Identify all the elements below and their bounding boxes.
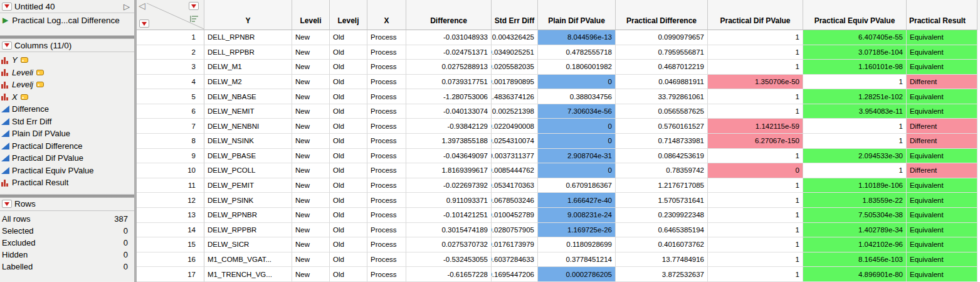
table-cell[interactable]: -0.61657228 [406,267,492,282]
row-number-cell[interactable]: 9 [137,149,204,164]
table-cell[interactable]: 1.142115e-59 [708,119,803,134]
table-cell[interactable]: 0.6465385194 [616,223,708,238]
table-cell[interactable]: DELW_M2 [204,75,292,90]
table-cell[interactable]: Equivalent [907,30,977,45]
table-cell[interactable]: DELW_PSINK [204,193,292,208]
table-cell[interactable]: Old [330,45,367,60]
table-cell[interactable]: Process [367,60,406,75]
table-cell[interactable]: 0.5760161527 [616,119,708,134]
table-cell[interactable]: Equivalent [907,237,977,252]
table-cell[interactable]: Equivalent [907,267,977,282]
row-number-cell[interactable]: 4 [137,75,204,90]
column-header-practical-result[interactable]: Practical Result [907,0,977,30]
table-cell[interactable]: 0 [708,163,803,178]
columns-list-item[interactable]: Std Err Diff [1,116,134,128]
table-cell[interactable]: Different [907,134,977,149]
table-cell[interactable]: 1.042102e-96 [803,237,907,252]
table-cell[interactable]: 0.0002786205 [538,267,616,282]
table-cell[interactable]: Equivalent [907,178,977,193]
table-cell[interactable]: 0.0534170363 [492,178,538,193]
table-cell[interactable]: 1 [708,45,803,60]
table-cell[interactable]: -0.93842129 [406,119,492,134]
table-cell[interactable]: 0 [538,163,616,178]
table-cell[interactable]: Process [367,149,406,164]
column-header-practical-equiv-pvalue[interactable]: Practical Equiv PValue [803,0,907,30]
table-cell[interactable]: Equivalent [907,193,977,208]
table-cell[interactable]: Old [330,134,367,149]
table-cell[interactable]: Old [330,237,367,252]
table-cell[interactable]: 3.872532637 [616,267,708,282]
table-cell[interactable]: 0.4687012219 [616,60,708,75]
table-cell[interactable]: New [292,193,330,208]
table-cell[interactable]: DELL_RPNBR [204,30,292,45]
table-cell[interactable]: Old [330,252,367,268]
table-cell[interactable]: 4.896901e-80 [803,267,907,282]
table-cell[interactable]: DELW_PBASE [204,149,292,164]
rows-stat-all-rows[interactable]: All rows387 [0,214,134,225]
table-cell[interactable]: 0.0990979657 [616,30,708,45]
table-cell[interactable]: 0.3778451214 [538,252,616,268]
table-cell[interactable]: 13.77484916 [616,252,708,268]
column-header-levelj[interactable]: Levelj [330,0,367,30]
table-cell[interactable]: 6.407405e-55 [803,30,907,45]
table-cell[interactable]: Equivalent [907,104,977,119]
table-cell[interactable]: Old [330,149,367,164]
table-cell[interactable]: 0.0176173979 [492,237,538,252]
table-cell[interactable]: -0.024751371 [406,45,492,60]
table-cell[interactable]: 3.07185e-104 [803,45,907,60]
table-cell[interactable]: 0.1695447206 [492,267,538,282]
table-cell[interactable]: 0.78359742 [616,163,708,178]
table-cell[interactable]: 1.3973855188 [406,134,492,149]
table-cell[interactable]: Equivalent [907,223,977,238]
table-cell[interactable]: 1.10189e-106 [803,178,907,193]
table-cell[interactable]: 1 [803,163,907,178]
table-cell[interactable]: 2.094533e-30 [803,149,907,164]
columns-list-item[interactable]: X [1,91,134,104]
table-cell[interactable]: DELW_RPPBR [204,223,292,238]
table-cell[interactable]: 1.4836374126 [492,89,538,104]
table-cell[interactable]: Old [330,163,367,178]
table-cell[interactable]: 0.0280757905 [492,223,538,238]
table-cell[interactable]: 1.28251e-102 [803,89,907,104]
table-cell[interactable]: 0.002521398 [492,104,538,119]
table-cell[interactable]: New [292,30,330,45]
row-number-cell[interactable]: 13 [137,208,204,223]
table-cell[interactable]: 1 [708,252,803,268]
table-cell[interactable]: New [292,89,330,104]
table-cell[interactable]: Equivalent [907,60,977,75]
column-header-std-err-diff[interactable]: Std Err Diff [492,0,538,30]
table-cell[interactable]: DELW_M1 [204,60,292,75]
table-cell[interactable]: 8.044596e-13 [538,30,616,45]
columns-list-item[interactable]: Practical Equiv PValue [1,165,134,177]
table-cell[interactable]: DELW_RPNBR [204,208,292,223]
table-cell[interactable]: 1.402789e-34 [803,223,907,238]
table-cell[interactable]: Old [330,193,367,208]
table-cell[interactable]: New [292,208,330,223]
table-cell[interactable]: Old [330,60,367,75]
table-cell[interactable]: -0.532453055 [406,252,492,268]
table-cell[interactable]: 1.160101e-98 [803,60,907,75]
table-cell[interactable]: DELW_SICR [204,237,292,252]
table-cell[interactable]: Process [367,208,406,223]
table-cell[interactable]: New [292,223,330,238]
table-cell[interactable]: 8.16456e-103 [803,252,907,268]
table-cell[interactable]: Equivalent [907,149,977,164]
row-number-cell[interactable]: 2 [137,45,204,60]
column-header-practical-difference[interactable]: Practical Difference [616,0,708,30]
table-cell[interactable]: New [292,163,330,178]
table-cell[interactable]: 9.008231e-24 [538,208,616,223]
columns-list-item[interactable]: Practical Result [1,176,134,189]
table-cell[interactable]: Old [330,223,367,238]
table-menu-icon[interactable] [2,3,12,11]
table-cell[interactable]: Process [367,30,406,45]
table-cell[interactable]: M1_COMB_VGAT... [204,252,292,268]
collapse-sidebar-icon[interactable]: ◁ [139,1,145,11]
table-cell[interactable]: 1 [708,267,803,282]
table-cell[interactable]: -0.022697392 [406,178,492,193]
table-cell[interactable]: 33.792861061 [616,89,708,104]
row-number-cell[interactable]: 3 [137,60,204,75]
table-cell[interactable]: New [292,75,330,90]
table-cell[interactable]: 0.6037284633 [492,252,538,268]
columns-list-item[interactable]: Levelj [1,79,134,91]
table-cell[interactable]: 1.666427e-40 [538,193,616,208]
